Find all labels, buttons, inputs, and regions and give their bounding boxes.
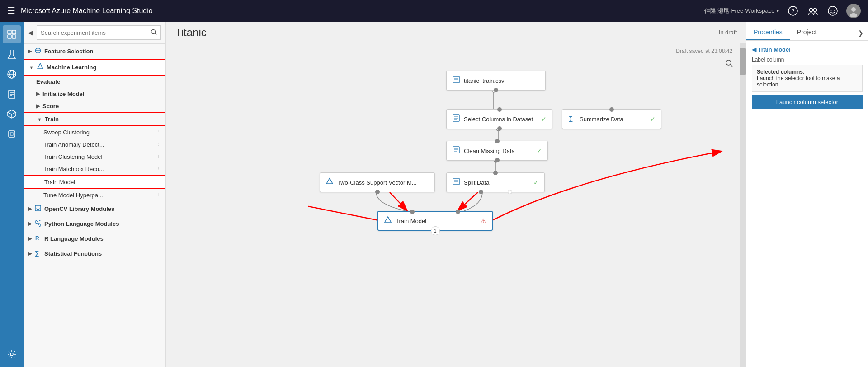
sidebar-item-rlang[interactable]: ▶ R R Language Modules xyxy=(24,231,165,246)
svg-text:∑: ∑ xyxy=(35,250,39,257)
rail-icon-box[interactable] xyxy=(3,105,21,123)
canvas[interactable]: Draft saved at 23:08:42 xyxy=(166,43,746,367)
node-select-columns[interactable]: Select Columns in Dataset ✓ xyxy=(446,109,552,129)
port-bottom-svm xyxy=(375,190,380,194)
community-icon[interactable] xyxy=(807,5,819,17)
stat-arrow: ▶ xyxy=(28,251,32,257)
sidebar-item-train-model[interactable]: Train Model xyxy=(24,175,165,189)
port-top-clean xyxy=(495,139,500,143)
svg-point-38 xyxy=(726,60,731,65)
initialize-model-label: Initialize Model xyxy=(42,91,84,97)
node-split-data[interactable]: Split Data ✓ xyxy=(446,172,545,192)
rlang-label: R Language Modules xyxy=(44,235,104,242)
svg-point-33 xyxy=(37,207,39,210)
svg-point-5 xyxy=(830,10,831,10)
sidebar-item-train-anomaly[interactable]: Train Anomaly Detect... ⠿ xyxy=(24,138,165,151)
feature-selection-label: Feature Selection xyxy=(44,48,93,55)
svg-point-35 xyxy=(38,224,39,225)
port-top-right-train xyxy=(456,210,460,214)
drag-handle: ⠿ xyxy=(158,142,161,147)
port-bottom xyxy=(497,126,502,131)
rail-icon-notebook[interactable] xyxy=(3,85,21,103)
svg-marker-67 xyxy=(385,217,391,222)
check-icon-summ: ✓ xyxy=(650,115,656,123)
sidebar-item-machine-learning[interactable]: ▼ Machine Learning xyxy=(24,59,165,76)
train-model-icon xyxy=(384,216,392,226)
sidebar: ◀ ▶ Feature Selection ▼ xyxy=(24,22,166,367)
help-icon[interactable]: ? xyxy=(787,5,799,17)
split-data-label: Split Data xyxy=(464,179,489,186)
sidebar-item-evaluate[interactable]: Evaluate xyxy=(24,76,165,88)
topbar-right: 佳隆 瀬尾-Free-Workspace ▾ ? xyxy=(704,4,861,18)
svg-point-34 xyxy=(37,221,38,222)
search-input[interactable] xyxy=(41,29,151,36)
annotations-svg xyxy=(166,43,746,367)
score-arrow: ▶ xyxy=(36,103,40,109)
csv-icon xyxy=(452,76,460,86)
node-titanic-csv[interactable]: titanic_train.csv xyxy=(446,71,546,91)
sidebar-item-opencv[interactable]: ▶ OpenCV Library Modules xyxy=(24,201,165,216)
error-icon: ⚠ xyxy=(481,217,486,224)
tooltip-body: Launch the selector tool to make a selec… xyxy=(757,75,858,88)
split-icon xyxy=(452,177,460,187)
canvas-scrollbar[interactable] xyxy=(740,43,746,367)
sidebar-item-tune-model[interactable]: Tune Model Hyperpa... ⠿ xyxy=(24,189,165,201)
canvas-status: In draft xyxy=(719,29,737,36)
svg-marker-31 xyxy=(38,63,43,69)
select-columns-label: Select Columns in Dataset xyxy=(464,116,533,123)
svg-point-6 xyxy=(834,10,835,10)
train-clustering-label: Train Clustering Model xyxy=(43,153,102,160)
sidebar-search-box xyxy=(37,25,161,40)
svg-rect-12 xyxy=(8,35,11,38)
hamburger-icon[interactable]: ☰ xyxy=(7,5,15,16)
sidebar-item-stat-functions[interactable]: ▶ ∑ Statistical Functions xyxy=(24,246,165,261)
check-icon-split: ✓ xyxy=(533,179,539,186)
icon-rail xyxy=(0,22,24,367)
sidebar-item-train[interactable]: ▼ Train xyxy=(24,112,165,126)
workspace-selector[interactable]: 佳隆 瀬尾-Free-Workspace ▾ xyxy=(704,7,779,15)
node-train-model[interactable]: Train Model ⚠ 1 xyxy=(377,211,493,231)
rail-icon-globe[interactable] xyxy=(3,65,21,83)
sidebar-item-train-clustering[interactable]: Train Clustering Model ⠿ xyxy=(24,151,165,163)
summarize-label: Summarize Data xyxy=(580,116,623,123)
sidebar-item-initialize-model[interactable]: ▶ Initialize Model xyxy=(24,88,165,100)
svg-text:R: R xyxy=(35,235,39,242)
feature-selection-icon xyxy=(34,47,42,56)
svg-rect-10 xyxy=(8,30,11,34)
node-clean-missing[interactable]: Clean Missing Data ✓ xyxy=(446,141,548,161)
rail-icon-cube[interactable] xyxy=(3,125,21,143)
sidebar-item-python[interactable]: ▶ Python Language Modules xyxy=(24,216,165,231)
svm-icon xyxy=(326,177,334,187)
panel-collapse-btn[interactable]: ❯ xyxy=(854,26,868,40)
sidebar-item-score[interactable]: ▶ Score xyxy=(24,100,165,112)
train-arrow: ▼ xyxy=(37,117,42,122)
sidebar-item-feature-selection[interactable]: ▶ Feature Selection xyxy=(24,44,165,59)
svg-point-8 xyxy=(851,7,856,12)
rail-icon-experiments[interactable] xyxy=(3,25,21,43)
node-badge: 1 xyxy=(431,226,440,235)
rail-icon-lab[interactable] xyxy=(3,45,21,63)
scroll-thumb[interactable] xyxy=(740,48,746,75)
two-class-svm-label: Two-Class Support Vector M... xyxy=(337,179,417,186)
node-two-class-svm[interactable]: Two-Class Support Vector M... xyxy=(320,172,435,192)
svg-rect-23 xyxy=(9,131,15,137)
smiley-icon[interactable] xyxy=(826,5,839,17)
tab-project[interactable]: Project xyxy=(790,25,824,40)
sidebar-item-train-matchbox[interactable]: Train Matchbox Reco... ⠿ xyxy=(24,163,165,175)
tab-properties[interactable]: Properties xyxy=(746,25,790,40)
clean-icon xyxy=(452,146,460,156)
node-summarize-data[interactable]: ∑ Summarize Data ✓ xyxy=(562,109,661,129)
score-label: Score xyxy=(42,103,59,110)
main-layout: ◀ ▶ Feature Selection ▼ xyxy=(0,22,868,367)
titanic-csv-label: titanic_train.csv xyxy=(464,77,505,84)
rail-icon-settings[interactable] xyxy=(3,345,21,363)
user-avatar[interactable] xyxy=(846,4,861,18)
port-bottom-left-split xyxy=(479,190,483,194)
python-arrow: ▶ xyxy=(28,221,32,227)
rlang-icon: R xyxy=(34,234,42,243)
launch-column-selector-button[interactable]: Launch column selector xyxy=(752,95,863,109)
sidebar-collapse-btn[interactable]: ◀ xyxy=(28,29,33,36)
sidebar-item-sweep-clustering[interactable]: Sweep Clustering ⠿ xyxy=(24,126,165,138)
canvas-search-icon[interactable] xyxy=(725,59,733,69)
train-anomaly-label: Train Anomaly Detect... xyxy=(43,141,104,148)
